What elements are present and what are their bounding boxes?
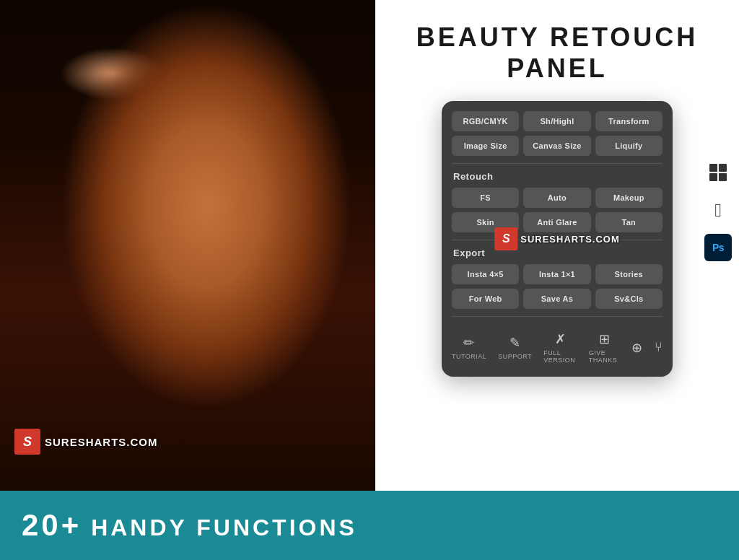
- divider-3: [452, 316, 663, 317]
- button-row-4: Skin Anti Glare Tan: [452, 212, 663, 232]
- btn-sv-cls[interactable]: Sv&Cls: [595, 289, 663, 309]
- icon-extra-1[interactable]: ⊕: [631, 340, 643, 356]
- tutorial-icon: ✏: [463, 335, 475, 351]
- windows-icon: [704, 159, 732, 186]
- btn-insta-11[interactable]: Insta 1×1: [523, 264, 590, 284]
- watermark-bottom-left: S SURESHARTS.COM: [14, 429, 158, 455]
- btn-transform[interactable]: Transform: [595, 111, 663, 131]
- button-row-2: Image Size Canvas Size Liquify: [452, 136, 663, 156]
- face-image: [0, 0, 375, 491]
- export-label: Export: [453, 248, 663, 258]
- watermark-text: SURESHARTS.COM: [45, 436, 158, 448]
- support-icon: ✎: [510, 335, 521, 351]
- btn-image-size[interactable]: Image Size: [452, 136, 519, 156]
- divider-1: [452, 163, 663, 164]
- extra2-icon: ⑂: [655, 340, 663, 355]
- icon-support[interactable]: ✎ SUPPORT: [498, 335, 532, 360]
- btn-save-as[interactable]: Save As: [523, 289, 590, 309]
- icon-extra-2[interactable]: ⑂: [655, 340, 663, 355]
- panel-wrapper: S SURESHARTS.COM RGB/CMYK Sh/Highl Trans…: [442, 101, 673, 377]
- btn-insta-45[interactable]: Insta 4×5: [452, 264, 519, 284]
- btn-rgb-cmyk[interactable]: RGB/CMYK: [452, 111, 519, 131]
- btn-fs[interactable]: FS: [452, 188, 519, 208]
- button-row-5: Insta 4×5 Insta 1×1 Stories: [452, 264, 663, 284]
- icon-give-thanks[interactable]: ⊞ GIVE THANKS: [589, 331, 620, 364]
- photoshop-icon: Ps: [704, 234, 732, 261]
- btn-sh-highl[interactable]: Sh/Highl: [523, 111, 590, 131]
- icon-tutorial[interactable]: ✏ TUTORIAL: [452, 335, 486, 360]
- button-row-1: RGB/CMYK Sh/Highl Transform: [452, 111, 663, 131]
- icon-full-version[interactable]: ✗ FULL VERSION: [543, 331, 577, 364]
- btn-anti-glare[interactable]: Anti Glare: [523, 212, 590, 232]
- btn-tan[interactable]: Tan: [595, 212, 663, 232]
- apple-icon: : [704, 196, 732, 224]
- bottom-bar-text: 20+ HANDY FUNCTIONS: [22, 508, 357, 543]
- give-thanks-icon: ⊞: [599, 331, 611, 347]
- retouch-label: Retouch: [453, 171, 663, 182]
- btn-liquify[interactable]: Liquify: [595, 136, 663, 156]
- btn-skin[interactable]: Skin: [452, 212, 519, 232]
- button-row-6: For Web Save As Sv&Cls: [452, 289, 663, 309]
- extra1-icon: ⊕: [631, 340, 643, 356]
- btn-auto[interactable]: Auto: [523, 188, 590, 208]
- panel-icons: ✏ TUTORIAL ✎ SUPPORT ✗ FULL VERSION ⊞ GI…: [452, 324, 663, 367]
- ui-panel: RGB/CMYK Sh/Highl Transform Image Size C…: [442, 101, 673, 377]
- side-icons:  Ps: [704, 159, 732, 261]
- full-version-icon: ✗: [555, 331, 567, 347]
- bottom-bar: 20+ HANDY FUNCTIONS: [0, 491, 739, 560]
- btn-stories[interactable]: Stories: [595, 264, 663, 284]
- divider-2: [452, 240, 663, 240]
- watermark-logo: S: [14, 429, 40, 455]
- btn-canvas-size[interactable]: Canvas Size: [523, 136, 590, 156]
- panel-title: BEAUTY RETOUCH PANEL: [416, 22, 699, 84]
- right-section: BEAUTY RETOUCH PANEL S SURESHARTS.COM RG…: [375, 0, 739, 491]
- btn-makeup[interactable]: Makeup: [595, 188, 663, 208]
- button-row-3: FS Auto Makeup: [452, 188, 663, 208]
- photo-section: S SURESHARTS.COM: [0, 0, 375, 491]
- btn-for-web[interactable]: For Web: [452, 289, 519, 309]
